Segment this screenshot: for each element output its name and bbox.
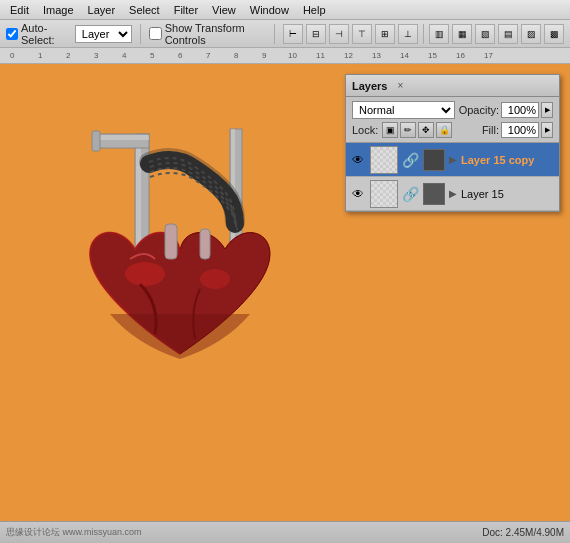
- heart-organ: [90, 224, 270, 359]
- distribute-right-icon[interactable]: ▧: [475, 24, 495, 44]
- opacity-control: Opacity: ▶: [459, 102, 553, 118]
- align-left-icon[interactable]: ⊢: [283, 24, 303, 44]
- fill-label: Fill:: [482, 124, 499, 136]
- show-transform-label: Show Transform Controls: [165, 22, 267, 46]
- status-bar: 思缘设计论坛 www.missyuan.com Doc: 2.45M/4.90M: [0, 521, 570, 543]
- menu-image[interactable]: Image: [37, 2, 80, 18]
- layer15-name: Layer 15: [461, 188, 555, 200]
- distribute-bottom-icon[interactable]: ▩: [544, 24, 564, 44]
- layer-select[interactable]: Layer Group: [75, 25, 132, 43]
- toolbar-alignment-icons: ⊢ ⊟ ⊣ ⊤ ⊞ ⊥ ▥ ▦ ▧ ▤ ▨ ▩: [283, 24, 564, 44]
- layer-chain-icon: 🔗: [402, 152, 419, 168]
- ruler-3: 3: [94, 51, 98, 60]
- svg-point-8: [200, 269, 230, 289]
- toolbar-divider-2: [274, 24, 275, 44]
- ruler-14: 14: [400, 51, 409, 60]
- lock-image-btn[interactable]: ✏: [400, 122, 416, 138]
- menu-filter[interactable]: Filter: [168, 2, 204, 18]
- blend-opacity-row: Normal Dissolve Multiply Screen Overlay …: [352, 101, 553, 119]
- distribute-left-icon[interactable]: ▥: [429, 24, 449, 44]
- ruler-12: 12: [344, 51, 353, 60]
- fill-input[interactable]: [501, 122, 539, 138]
- ruler-13: 13: [372, 51, 381, 60]
- ruler-6: 6: [178, 51, 182, 60]
- align-bottom-icon[interactable]: ⊥: [398, 24, 418, 44]
- flexible-hose: [149, 158, 237, 230]
- layer-mask-thumb-layer15: [423, 183, 445, 205]
- lock-fill-row: Lock: ▣ ✏ ✥ 🔒 Fill: ▶: [352, 122, 553, 138]
- menu-bar: Edit Image Layer Select Filter View Wind…: [0, 0, 570, 20]
- menu-edit[interactable]: Edit: [4, 2, 35, 18]
- layer-item-layer15[interactable]: 👁 🔗 ▶ Layer 15: [346, 177, 559, 211]
- lock-icons-group: ▣ ✏ ✥ 🔒: [382, 122, 452, 138]
- ruler-11: 11: [316, 51, 325, 60]
- doc-size: Doc: 2.45M/4.90M: [482, 527, 564, 538]
- layer-thumb-layer15copy: [370, 146, 398, 174]
- heart-illustration: [30, 74, 340, 474]
- menu-layer[interactable]: Layer: [82, 2, 122, 18]
- ruler-17: 17: [484, 51, 493, 60]
- layer-thumb-checker-15: [371, 181, 397, 207]
- layer-arrow-layer15: ▶: [449, 188, 457, 199]
- menu-window[interactable]: Window: [244, 2, 295, 18]
- ruler-top: 0 1 2 3 4 5 6 7 8 9 10 11 12 13 14 15 16…: [0, 48, 570, 64]
- align-right-icon[interactable]: ⊣: [329, 24, 349, 44]
- layers-panel: Layers × Normal Dissolve Multiply Screen…: [345, 74, 560, 212]
- ruler-10: 10: [288, 51, 297, 60]
- menu-select[interactable]: Select: [123, 2, 166, 18]
- lock-all-btn[interactable]: 🔒: [436, 122, 452, 138]
- fill-arrow[interactable]: ▶: [541, 122, 553, 138]
- canvas-area[interactable]: Layers × Normal Dissolve Multiply Screen…: [0, 64, 570, 521]
- ruler-4: 4: [122, 51, 126, 60]
- svg-rect-10: [200, 229, 210, 259]
- layer-arrow-layer15copy: ▶: [449, 154, 457, 165]
- ruler-15: 15: [428, 51, 437, 60]
- distribute-top-icon[interactable]: ▤: [498, 24, 518, 44]
- layers-panel-title: Layers: [352, 80, 387, 92]
- autoselect-checkbox[interactable]: [6, 28, 18, 40]
- layer-eye-layer15[interactable]: 👁: [350, 186, 366, 202]
- ruler-5: 5: [150, 51, 154, 60]
- distribute-center-icon[interactable]: ▦: [452, 24, 472, 44]
- ruler-9: 9: [262, 51, 266, 60]
- menu-help[interactable]: Help: [297, 2, 332, 18]
- layer-thumb-checker: [371, 147, 397, 173]
- blend-mode-select[interactable]: Normal Dissolve Multiply Screen Overlay: [352, 101, 455, 119]
- svg-rect-1: [136, 134, 141, 254]
- opacity-arrow[interactable]: ▶: [541, 102, 553, 118]
- ruler-2: 2: [66, 51, 70, 60]
- toolbar-divider-3: [423, 24, 424, 44]
- distribute-mid-icon[interactable]: ▨: [521, 24, 541, 44]
- layer15copy-name: Layer 15 copy: [461, 154, 555, 166]
- layer-chain-icon-15: 🔗: [402, 186, 419, 202]
- lock-label: Lock:: [352, 124, 378, 136]
- show-transform-checkbox[interactable]: [149, 27, 162, 40]
- ruler-16: 16: [456, 51, 465, 60]
- svg-rect-4: [92, 131, 100, 151]
- autoselect-label: Auto-Select:: [21, 22, 69, 46]
- svg-point-7: [125, 262, 165, 286]
- ruler-7: 7: [206, 51, 210, 60]
- toolbar: Auto-Select: Layer Group Show Transform …: [0, 20, 570, 48]
- ruler-0: 0: [10, 51, 14, 60]
- align-middle-v-icon[interactable]: ⊞: [375, 24, 395, 44]
- layers-close-button[interactable]: ×: [397, 80, 403, 91]
- fill-control: Fill: ▶: [482, 122, 553, 138]
- ruler-1: 1: [38, 51, 42, 60]
- layer-item-layer15copy[interactable]: 👁 🔗 ▶ Layer 15 copy: [346, 143, 559, 177]
- opacity-label: Opacity:: [459, 104, 499, 116]
- layer-thumb-layer15: [370, 180, 398, 208]
- svg-rect-9: [165, 224, 177, 259]
- opacity-input[interactable]: [501, 102, 539, 118]
- layer-eye-layer15copy[interactable]: 👁: [350, 152, 366, 168]
- watermark: 思缘设计论坛 www.missyuan.com: [6, 526, 142, 539]
- ruler-tick-container: 0 1 2 3 4 5 6 7 8 9 10 11 12 13 14 15 16…: [0, 48, 570, 62]
- align-center-h-icon[interactable]: ⊟: [306, 24, 326, 44]
- menu-view[interactable]: View: [206, 2, 242, 18]
- align-top-icon[interactable]: ⊤: [352, 24, 372, 44]
- layer-mask-thumb-layer15copy: [423, 149, 445, 171]
- autoselect-checkbox-container: Auto-Select:: [6, 22, 69, 46]
- toolbar-divider-1: [140, 24, 141, 44]
- lock-position-btn[interactable]: ✥: [418, 122, 434, 138]
- lock-transparent-btn[interactable]: ▣: [382, 122, 398, 138]
